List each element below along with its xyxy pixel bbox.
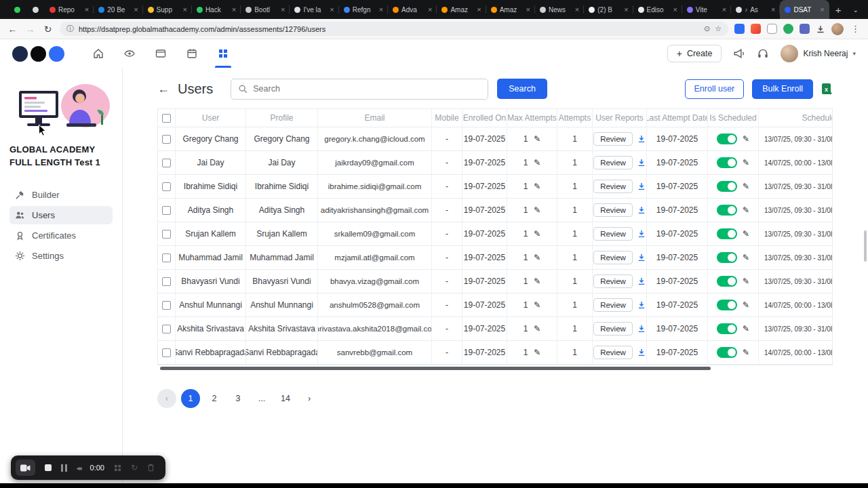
card-icon[interactable] — [154, 47, 167, 60]
tab-close-icon[interactable]: × — [428, 6, 432, 14]
tab-close-icon[interactable]: × — [232, 6, 236, 14]
edit-max-attempts-icon[interactable]: ✎ — [534, 206, 540, 214]
tab-close-icon[interactable]: × — [575, 6, 579, 14]
bulk-enroll-button[interactable]: Bulk Enroll — [752, 79, 813, 99]
is-scheduled-toggle[interactable] — [717, 252, 737, 263]
browser-tab[interactable]: Adva × — [388, 0, 437, 19]
browser-tab[interactable]: ♪ As × — [731, 0, 780, 19]
review-button[interactable]: Review — [593, 227, 633, 241]
row-checkbox[interactable] — [162, 206, 171, 215]
download-report-icon[interactable] — [637, 325, 646, 333]
is-scheduled-toggle[interactable] — [717, 300, 737, 310]
edit-max-attempts-icon[interactable]: ✎ — [534, 230, 540, 238]
browser-tab[interactable]: (2) B × — [584, 0, 633, 19]
browser-profile-avatar[interactable] — [831, 23, 844, 35]
home-icon[interactable] — [92, 47, 105, 60]
extension-icon-panel[interactable] — [767, 24, 777, 34]
tab-close-icon[interactable]: × — [85, 6, 89, 14]
pinned-tab[interactable] — [14, 7, 20, 13]
browser-tab[interactable]: Amaz × — [486, 0, 535, 19]
browser-tab[interactable]: Refgn × — [339, 0, 388, 19]
browser-tab[interactable]: News × — [535, 0, 584, 19]
browser-tab[interactable]: Ediso × — [633, 0, 682, 19]
row-checkbox[interactable] — [162, 301, 171, 310]
row-checkbox[interactable] — [162, 253, 171, 262]
browser-tab[interactable]: Hack × — [192, 0, 241, 19]
browser-tab[interactable]: Bootl × — [241, 0, 290, 19]
review-button[interactable]: Review — [593, 298, 633, 312]
review-button[interactable]: Review — [593, 251, 633, 264]
download-report-icon[interactable] — [637, 135, 646, 143]
extension-icon-green[interactable] — [783, 24, 793, 34]
bookmark-star-icon[interactable]: ☆ — [715, 25, 722, 33]
review-button[interactable]: Review — [593, 322, 633, 336]
downloads-icon[interactable] — [816, 24, 825, 34]
select-all-checkbox[interactable] — [162, 114, 171, 123]
pagination-page[interactable]: 3 — [229, 389, 248, 408]
edit-schedule-icon[interactable]: ✎ — [743, 253, 749, 262]
is-scheduled-toggle[interactable] — [717, 228, 737, 239]
browser-tab[interactable]: Supp × — [143, 0, 192, 19]
pagination-page[interactable]: 14 — [276, 389, 295, 408]
calendar-icon[interactable] — [185, 47, 199, 60]
horizontal-scrollbar-thumb[interactable] — [160, 367, 711, 370]
pagination-page[interactable]: 2 — [205, 389, 224, 408]
is-scheduled-toggle[interactable] — [717, 157, 737, 168]
tab-close-icon[interactable]: × — [771, 6, 775, 14]
edit-max-attempts-icon[interactable]: ✎ — [534, 325, 540, 333]
rewind-icon[interactable]: ◂◂ — [77, 464, 81, 472]
row-checkbox[interactable] — [162, 135, 171, 144]
tab-close-icon[interactable]: × — [624, 6, 628, 14]
download-report-icon[interactable] — [637, 277, 646, 285]
pagination-page[interactable]: 1 — [181, 389, 200, 408]
edit-schedule-icon[interactable]: ✎ — [743, 135, 749, 143]
back-arrow-icon[interactable]: ← — [157, 83, 170, 95]
is-scheduled-toggle[interactable] — [717, 347, 737, 358]
tab-search-caret-icon[interactable]: ⌄ — [848, 6, 864, 14]
edit-schedule-icon[interactable]: ✎ — [743, 182, 749, 190]
edit-max-attempts-icon[interactable]: ✎ — [534, 348, 540, 357]
site-info-icon[interactable]: ⓘ — [66, 25, 74, 33]
is-scheduled-toggle[interactable] — [717, 323, 737, 334]
create-button[interactable]: + Create — [667, 45, 722, 62]
edit-schedule-icon[interactable]: ✎ — [743, 206, 749, 214]
pagination-next[interactable]: › — [300, 389, 319, 408]
review-button[interactable]: Review — [593, 346, 633, 359]
edit-schedule-icon[interactable]: ✎ — [743, 301, 749, 309]
extension-icon-blue[interactable] — [734, 24, 745, 34]
row-checkbox[interactable] — [162, 348, 171, 357]
export-excel-icon[interactable]: x — [821, 83, 833, 96]
is-scheduled-toggle[interactable] — [717, 134, 737, 144]
edit-max-attempts-icon[interactable]: ✎ — [534, 301, 540, 309]
search-button[interactable]: Search — [497, 79, 547, 99]
edit-schedule-icon[interactable]: ✎ — [743, 159, 749, 167]
grid-icon[interactable] — [114, 464, 121, 472]
stop-recording-button[interactable] — [45, 464, 52, 471]
review-button[interactable]: Review — [593, 156, 633, 169]
preview-eye-icon[interactable] — [123, 47, 136, 60]
enroll-user-button[interactable]: Enroll user — [685, 79, 745, 99]
pagination-page[interactable]: ... — [252, 389, 271, 408]
trash-icon[interactable] — [147, 464, 155, 472]
browser-reload-button[interactable]: ↻ — [42, 24, 54, 34]
is-scheduled-toggle[interactable] — [717, 276, 737, 287]
search-input[interactable] — [253, 84, 481, 94]
is-scheduled-toggle[interactable] — [717, 205, 737, 216]
edit-max-attempts-icon[interactable]: ✎ — [534, 182, 540, 190]
edit-schedule-icon[interactable]: ✎ — [743, 230, 749, 238]
row-checkbox[interactable] — [162, 277, 171, 286]
address-bar[interactable]: ⓘ https://dsatprep.globalmathacademy.com… — [60, 22, 728, 36]
browser-tab[interactable]: Amaz × — [437, 0, 486, 19]
tab-close-icon[interactable]: × — [330, 6, 334, 14]
edit-max-attempts-icon[interactable]: ✎ — [534, 135, 540, 143]
reader-mode-icon[interactable]: ⊙ — [704, 25, 710, 33]
tab-close-icon[interactable]: × — [722, 6, 726, 14]
edit-schedule-icon[interactable]: ✎ — [743, 277, 749, 285]
tab-close-icon[interactable]: × — [379, 6, 383, 14]
assessments-grid-icon[interactable] — [216, 47, 230, 60]
app-logo[interactable] — [12, 46, 67, 62]
sidebar-item-users[interactable]: Users — [9, 206, 113, 224]
row-checkbox[interactable] — [162, 182, 171, 191]
edit-max-attempts-icon[interactable]: ✎ — [534, 277, 540, 285]
browser-tab[interactable]: Vite × — [682, 0, 731, 19]
